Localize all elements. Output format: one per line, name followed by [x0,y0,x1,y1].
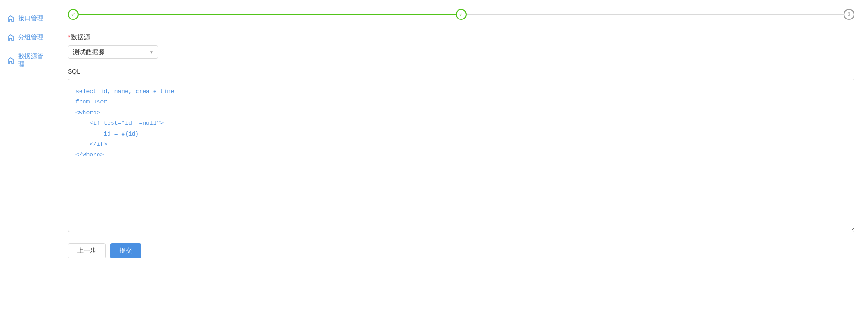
steps-bar: ✓ ✓ 3 [68,9,854,20]
sidebar: 接口管理 分组管理 数据源管理 [0,0,54,319]
step-line-1 [79,14,456,15]
required-star: * [68,33,70,41]
step-2-check: ✓ [459,11,463,18]
step-2-circle: ✓ [456,9,467,20]
main-content: ✓ ✓ 3 *数据源 测试数据源 生产数据源 ▼ SQL 上一步 提交 [54,0,868,319]
step-1-check: ✓ [71,11,75,18]
sidebar-item-datasource-mgmt[interactable]: 数据源管理 [0,47,54,74]
sidebar-item-interface-mgmt[interactable]: 接口管理 [0,9,54,28]
sql-editor[interactable] [68,79,854,232]
back-button[interactable]: 上一步 [68,243,106,258]
button-group: 上一步 提交 [68,243,854,258]
step-1-circle: ✓ [68,9,79,20]
sidebar-item-group-mgmt[interactable]: 分组管理 [0,28,54,47]
step-3-num: 3 [848,11,851,18]
sidebar-item-label-interface: 接口管理 [18,14,43,23]
home-icon-3 [7,57,14,64]
home-icon-2 [7,34,14,41]
home-icon [7,15,14,22]
datasource-section: *数据源 测试数据源 生产数据源 ▼ [68,33,854,59]
sidebar-item-label-datasource: 数据源管理 [18,52,47,69]
datasource-label: *数据源 [68,33,854,42]
sidebar-item-label-group: 分组管理 [18,33,43,42]
step-3-circle: 3 [844,9,854,20]
submit-button[interactable]: 提交 [110,243,141,258]
sql-section: SQL [68,68,854,234]
sql-label: SQL [68,68,854,75]
datasource-select[interactable]: 测试数据源 生产数据源 [68,45,158,59]
datasource-select-wrapper: 测试数据源 生产数据源 ▼ [68,45,158,59]
step-line-2 [467,14,844,15]
